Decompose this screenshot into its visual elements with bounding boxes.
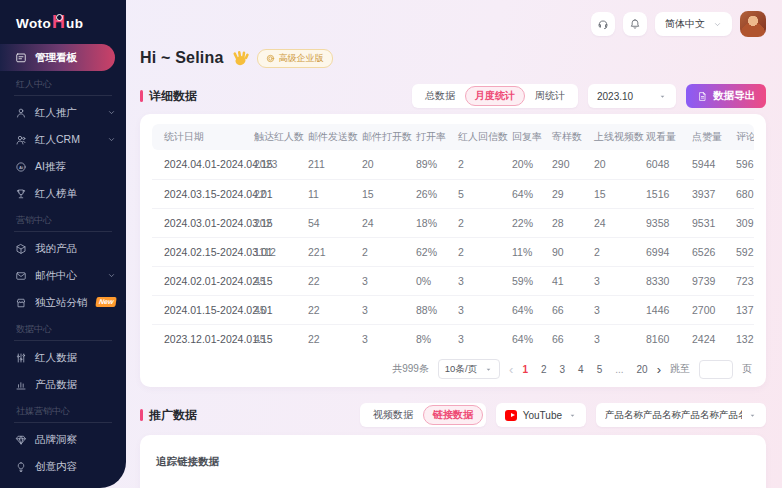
detail-tab-group: 总数据月度统计周统计	[412, 84, 578, 108]
column-header: 上线视频数	[588, 124, 640, 150]
promo-title-text: 推广数据	[149, 407, 197, 424]
sidebar-item-15[interactable]: 创意内容	[0, 453, 126, 480]
sidebar-item-5[interactable]: 红人榜单	[0, 180, 126, 207]
table-header-row: 统计日期触达红人数邮件发送数邮件打开数打开率红人回信数回复率寄样数上线视频数观看…	[152, 124, 754, 150]
sidebar-section-label: 红人中心	[0, 71, 126, 93]
greeting-row: Hi ~ Selina 高级企业版	[140, 46, 766, 70]
notifications-button[interactable]	[623, 12, 647, 36]
sidebar-item-12[interactable]: 产品数据	[0, 371, 126, 398]
product-select[interactable]: 产品名称产品名称产品名称产品名称	[596, 403, 766, 427]
table-cell: 11	[302, 179, 356, 208]
column-header: 打开率	[410, 124, 452, 150]
page-number-1[interactable]: 1	[522, 364, 528, 375]
sidebar-item-11[interactable]: 红人数据	[0, 344, 126, 371]
table-cell: 2	[356, 237, 410, 266]
product-select-value: 产品名称产品名称产品名称产品名称	[605, 409, 742, 422]
product-icon	[15, 243, 27, 255]
dashboard-icon	[15, 52, 27, 64]
date-select-value: 2023.10	[597, 91, 633, 102]
sidebar-item-2[interactable]: 红人推广	[0, 99, 126, 126]
page-number-2[interactable]: 2	[541, 364, 547, 375]
pages-ellipsis: ...	[615, 364, 623, 375]
sidebar-item-9[interactable]: 独立站分销 New	[0, 289, 126, 316]
table-cell: 3	[452, 324, 506, 353]
table-cell: 45	[248, 295, 302, 324]
sidebar-item-label: 红人推广	[35, 106, 77, 120]
sidebar-section-label: 营销中心	[0, 207, 126, 229]
table-cell: 2023.12.01-2024.01.15	[152, 324, 248, 353]
table-row[interactable]: 2024.04.01-2024.04.1520232112089%220%290…	[152, 150, 754, 179]
page-size-select[interactable]: 10条/页	[438, 359, 500, 379]
table-cell: 3	[588, 266, 640, 295]
page-number-4[interactable]: 4	[578, 364, 584, 375]
detail-tab-1[interactable]: 月度统计	[465, 86, 525, 106]
sidebar-item-4[interactable]: Ai AI推荐	[0, 153, 126, 180]
prev-page-button[interactable]: ‹	[509, 363, 513, 376]
table-cell: 64%	[506, 295, 546, 324]
table-row[interactable]: 2024.03.15-2024.04.0122111526%564%291515…	[152, 179, 754, 208]
chevron-down-icon	[107, 108, 116, 117]
export-button-label: 数据导出	[713, 89, 755, 103]
export-button[interactable]: 数据导出	[686, 84, 766, 108]
sidebar-item-16[interactable]: 创意脚本	[0, 480, 126, 488]
promo-card: 追踪链接数据	[140, 435, 766, 488]
table-cell: 6526	[686, 237, 730, 266]
platform-select[interactable]: YouTube	[496, 403, 586, 427]
page-number-3[interactable]: 3	[560, 364, 566, 375]
diamond-icon	[15, 434, 27, 446]
promo-tab-1[interactable]: 链接数据	[423, 405, 483, 425]
topbar: 简体中文	[140, 0, 766, 36]
table-clip: 统计日期触达红人数邮件发送数邮件打开数打开率红人回信数回复率寄样数上线视频数观看…	[152, 124, 754, 353]
page-number-20[interactable]: 20	[637, 364, 648, 375]
detail-tab-2[interactable]: 周统计	[525, 86, 575, 106]
sidebar-item-7[interactable]: 我的产品	[0, 235, 126, 262]
table-cell: 592	[730, 237, 754, 266]
table-row[interactable]: 2023.12.01-2024.01.15452238%364%66381602…	[152, 324, 754, 353]
date-select[interactable]: 2023.10	[588, 84, 676, 108]
table-cell: 66	[546, 324, 588, 353]
next-page-button[interactable]: ›	[657, 363, 661, 376]
sidebar-item-3[interactable]: 红人CRM	[0, 126, 126, 153]
table-cell: 24	[588, 208, 640, 237]
support-button[interactable]	[591, 12, 615, 36]
promo-tab-group: 视频数据链接数据	[360, 403, 486, 427]
chevron-down-icon	[713, 20, 722, 29]
table-cell: 723	[730, 266, 754, 295]
table-row[interactable]: 2024.02.01-2024.02.15452230%359%41383309…	[152, 266, 754, 295]
logo-text-right: ub	[66, 16, 83, 31]
table-cell: 2	[452, 208, 506, 237]
table-cell: 211	[302, 150, 356, 179]
sidebar-item-0[interactable]: 管理看板	[0, 44, 115, 71]
column-header: 触达红人数	[248, 124, 302, 150]
table-cell: 3	[356, 266, 410, 295]
detail-tab-0[interactable]: 总数据	[415, 86, 465, 106]
table-row[interactable]: 2024.03.01-2024.03.15202542418%222%28249…	[152, 208, 754, 237]
column-header: 寄样数	[546, 124, 588, 150]
language-select[interactable]: 简体中文	[655, 12, 732, 36]
table-cell: 5944	[686, 150, 730, 179]
plan-badge: 高级企业版	[257, 49, 333, 68]
table-cell: 8330	[640, 266, 686, 295]
sidebar: WotoHub 管理看板 红人中心 红人推广 红人CRM Ai	[0, 0, 126, 488]
jump-page-input[interactable]	[699, 360, 733, 379]
table-row[interactable]: 2024.02.15-2024.03.011112221262%211%9026…	[152, 237, 754, 266]
avatar[interactable]	[740, 11, 766, 37]
table-cell: 24	[356, 208, 410, 237]
data-table-card: 统计日期触达红人数邮件发送数邮件打开数打开率红人回信数回复率寄样数上线视频数观看…	[140, 114, 766, 387]
page-number-5[interactable]: 5	[597, 364, 603, 375]
app-logo[interactable]: WotoHub	[0, 0, 126, 44]
headset-icon	[597, 18, 609, 30]
sidebar-item-8[interactable]: 邮件中心	[0, 262, 126, 289]
table-cell: 5	[452, 179, 506, 208]
youtube-icon	[505, 410, 517, 421]
page-numbers: 12345...20	[522, 364, 647, 375]
accent-bar	[140, 90, 143, 102]
column-header: 观看量	[640, 124, 686, 150]
table-cell: 22%	[506, 208, 546, 237]
table-cell: 3	[588, 324, 640, 353]
table-cell: 22	[248, 179, 302, 208]
table-cell: 202	[248, 208, 302, 237]
sidebar-item-14[interactable]: 品牌洞察	[0, 426, 126, 453]
table-row[interactable]: 2024.01.15-2024.02.014522388%364%6631446…	[152, 295, 754, 324]
promo-tab-0[interactable]: 视频数据	[363, 405, 423, 425]
